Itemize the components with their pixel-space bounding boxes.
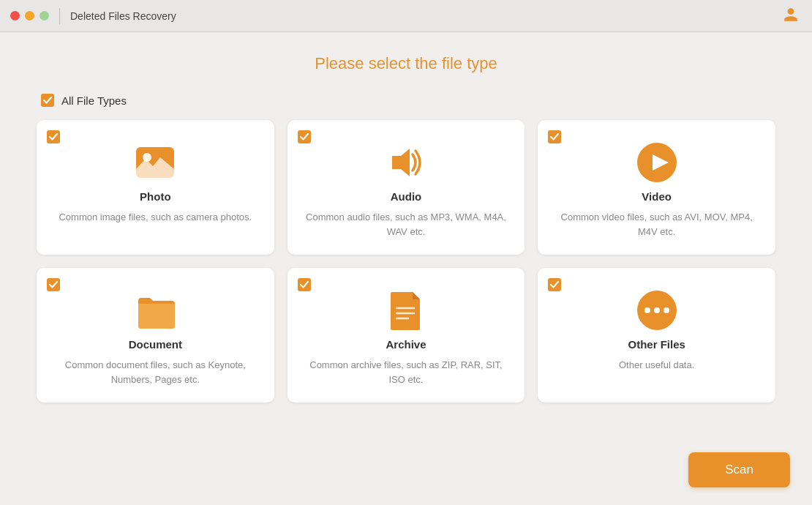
- video-card[interactable]: Video Common video files, such as AVI, M…: [538, 120, 775, 255]
- video-title: Video: [642, 190, 672, 203]
- document-checkbox[interactable]: [47, 278, 60, 291]
- traffic-lights: [10, 11, 49, 20]
- all-file-types-checkbox[interactable]: [41, 94, 54, 107]
- audio-title: Audio: [391, 190, 422, 203]
- archive-icon-area: Archive Common archive files, such as ZI…: [302, 288, 511, 386]
- video-checkbox[interactable]: [548, 130, 561, 143]
- close-button[interactable]: [10, 11, 20, 20]
- photo-card[interactable]: Photo Common image files, such as camera…: [37, 120, 274, 255]
- audio-description: Common audio files, such as MP3, WMA, M4…: [302, 210, 511, 239]
- page-heading: Please select the file type: [37, 54, 775, 73]
- scan-button[interactable]: Scan: [688, 452, 790, 487]
- photo-description: Common image files, such as camera photo…: [59, 210, 252, 225]
- other-title: Other Files: [628, 338, 685, 351]
- archive-icon: [384, 288, 428, 332]
- document-icon-area: Document Common document files, such as …: [51, 288, 260, 386]
- photo-checkbox[interactable]: [47, 130, 60, 143]
- titlebar: Deleted Files Recovery: [0, 0, 812, 32]
- audio-card[interactable]: Audio Common audio files, such as MP3, W…: [287, 120, 525, 255]
- titlebar-divider: [59, 8, 60, 24]
- all-file-types-label: All File Types: [61, 94, 127, 107]
- video-icon-area: Video Common video files, such as AVI, M…: [552, 141, 761, 239]
- document-card[interactable]: Document Common document files, such as …: [37, 268, 274, 403]
- other-icon: [635, 288, 679, 332]
- document-icon: [133, 288, 177, 332]
- photo-icon-area: Photo Common image files, such as camera…: [51, 141, 260, 225]
- app-title: Deleted Files Recovery: [70, 10, 176, 22]
- document-description: Common document files, such as Keynote, …: [51, 358, 260, 386]
- all-file-types-row[interactable]: All File Types: [41, 94, 775, 107]
- scan-button-container: Scan: [688, 452, 790, 487]
- archive-checkbox[interactable]: [298, 278, 311, 291]
- main-content: Please select the file type All File Typ…: [0, 32, 812, 417]
- photo-title: Photo: [140, 190, 171, 203]
- other-checkbox[interactable]: [548, 278, 561, 291]
- svg-marker-2: [392, 149, 410, 176]
- other-description: Other useful data.: [619, 358, 694, 373]
- user-icon[interactable]: [783, 7, 799, 26]
- maximize-button[interactable]: [40, 11, 49, 20]
- other-card[interactable]: Other Files Other useful data.: [538, 268, 775, 403]
- svg-point-10: [654, 307, 660, 313]
- archive-description: Common archive files, such as ZIP, RAR, …: [302, 358, 511, 386]
- audio-checkbox[interactable]: [298, 130, 311, 143]
- photo-icon: [133, 141, 177, 184]
- archive-title: Archive: [386, 338, 426, 351]
- svg-point-9: [644, 307, 650, 313]
- document-title: Document: [129, 338, 182, 351]
- svg-point-11: [663, 307, 669, 313]
- audio-icon-area: Audio Common audio files, such as MP3, W…: [302, 141, 511, 239]
- archive-card[interactable]: Archive Common archive files, such as ZI…: [287, 268, 525, 403]
- video-icon: [635, 141, 679, 184]
- audio-icon: [384, 141, 428, 184]
- other-icon-area: Other Files Other useful data.: [552, 288, 761, 373]
- video-description: Common video files, such as AVI, MOV, MP…: [552, 210, 761, 239]
- file-types-grid: Photo Common image files, such as camera…: [37, 120, 775, 403]
- minimize-button[interactable]: [25, 11, 34, 20]
